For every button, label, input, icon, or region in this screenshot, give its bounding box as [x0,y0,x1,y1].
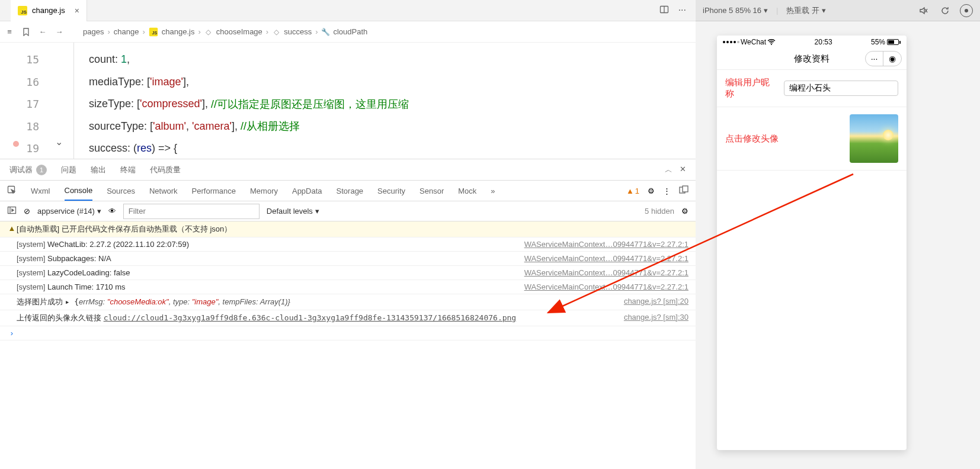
eye-icon[interactable]: 👁 [108,207,116,216]
dt-tab-network[interactable]: Network [149,187,178,195]
cube-icon: ◇ [204,28,213,36]
console-line: 选择图片成功 ▸ {errMsg: "chooseMedia:ok", type… [0,294,696,310]
tab-problems[interactable]: 问题 [61,165,76,175]
sim-title: 修改资料 [794,53,830,65]
menu-icon[interactable]: ≡ [5,27,14,37]
forward-icon[interactable]: → [55,27,64,37]
nickname-input[interactable] [784,81,898,96]
console-output[interactable]: ▲ [自动热重载] 已开启代码文件保存后自动热重载（不支持 json） [sys… [0,221,696,469]
dt-tab-wxml[interactable]: Wxml [31,187,50,195]
dt-tab-mock[interactable]: Mock [458,187,476,195]
file-tab[interactable]: JS change.js × [11,0,87,21]
gear-icon[interactable]: ⚙ [681,207,688,216]
hotreload-select[interactable]: 热重载 开 ▾ [786,5,826,16]
console-line: ▲ [自动热重载] 已开启代码文件保存后自动热重载（不支持 json） [0,221,696,237]
warning-count[interactable]: ▲ 1 [626,187,639,195]
signal-icon: WeChat [723,38,776,46]
breadcrumb[interactable]: pages› change› JSchange.js› ◇chooseImage… [83,27,367,37]
source-link[interactable]: change.js? [sm]:20 [624,297,688,306]
refresh-icon[interactable] [939,4,952,17]
crumb-prop[interactable]: cloudPath [333,27,367,36]
device-select[interactable]: iPhone 5 85% 16 ▾ [703,6,768,15]
crumb-change[interactable]: change [114,27,139,36]
context-select[interactable]: appservice (#14) ▾ [37,207,101,216]
split-editor-icon[interactable] [659,5,669,17]
bottom-panel-tabs: 调试器 1 问题 输出 终端 代码质量 ︿ ✕ [0,159,696,180]
row2-label: 点击修改头像 [725,133,779,144]
crumb-pages[interactable]: pages [83,27,104,36]
console-toolbar: ⊘ appservice (#14) ▾ 👁 Default levels ▾ … [0,201,696,221]
sim-navbar: 修改资料 ···◉ [717,49,907,70]
tab-filename: change.js [32,6,65,15]
dt-tab-sources[interactable]: Sources [107,187,135,195]
row1-label: 编辑用户昵称 [725,77,778,99]
inspect-icon[interactable] [7,185,17,197]
capsule-menu-icon[interactable]: ··· [866,52,883,66]
source-link[interactable]: WAServiceMainContext…09944771&v=2.27.2:1 [524,282,688,291]
js-file-icon: JS [149,27,158,36]
dt-tab-performance[interactable]: Performance [192,187,236,195]
sim-time: 20:53 [815,38,832,46]
cloud-url[interactable]: cloud://cloud1-3g3xyg1a9ff9d8fe.636c-clo… [104,313,517,322]
wifi-icon [767,39,776,45]
crumb-fn2[interactable]: success [284,27,312,36]
gear-icon[interactable]: ⚙ [648,187,655,195]
close-icon[interactable]: × [75,6,79,15]
dt-tab-appdata[interactable]: AppData [292,187,322,195]
crumb-fn1[interactable]: chooseImage [216,27,262,36]
console-line: [system] Subpackages: N/A WAServiceMainC… [0,252,696,266]
close-panel-icon[interactable]: ✕ [680,165,686,175]
levels-select[interactable]: Default levels ▾ [267,207,319,216]
line-gutter: 15 16 17 18 19 ⌄ [0,43,53,159]
sim-capsule[interactable]: ···◉ [865,51,902,66]
clear-console-icon[interactable]: ⊘ [24,207,30,216]
toggle-sidebar-icon[interactable] [7,205,17,217]
code-content[interactable]: count: 1, mediaType: ['image'], sizeType… [53,43,696,159]
code-editor[interactable]: 15 16 17 18 19 ⌄ count: 1, mediaType: ['… [0,43,696,159]
more-icon[interactable]: ··· [678,5,686,17]
more-tabs-icon[interactable]: » [491,187,495,195]
capsule-close-icon[interactable]: ◉ [883,52,901,66]
lineno: 18 [0,115,53,138]
dt-tab-memory[interactable]: Memory [250,187,278,195]
dt-tab-storage[interactable]: Storage [337,187,364,195]
dt-tab-sensor[interactable]: Sensor [419,187,444,195]
tab-quality[interactable]: 代码质量 [150,165,181,175]
sim-avatar-row[interactable]: 点击修改头像 [717,107,907,171]
simulator-frame: WeChat 20:53 55% 修改资料 ···◉ 编辑用户昵称 点击修改头像 [717,36,907,450]
lineno: 15 [0,49,53,71]
crumb-file[interactable]: change.js [162,27,195,36]
tab-terminal[interactable]: 终端 [120,165,136,175]
bookmark-icon[interactable] [21,27,31,37]
console-line: [system] LazyCodeLoading: false WAServic… [0,266,696,280]
mute-icon[interactable] [917,4,930,17]
dt-tab-console[interactable]: Console [65,186,93,201]
cube-icon: ◇ [272,28,280,36]
source-link[interactable]: change.js? [sm]:30 [624,313,688,322]
devtools-tabs: Wxml Console Sources Network Performance… [0,180,696,201]
tab-output[interactable]: 输出 [91,165,106,175]
dt-tab-security[interactable]: Security [377,187,405,195]
kebab-icon[interactable]: ⋮ [663,187,671,195]
svg-point-9 [771,44,772,45]
source-link[interactable]: WAServiceMainContext…09944771&v=2.27.2:1 [524,240,688,249]
target-icon[interactable] [960,4,973,17]
collapse-icon[interactable]: ︿ [665,165,672,175]
hidden-count[interactable]: 5 hidden [645,207,674,216]
source-link[interactable]: WAServiceMainContext…09944771&v=2.27.2:1 [524,268,688,277]
console-line: [system] Launch Time: 1710 ms WAServiceM… [0,280,696,294]
filter-input[interactable] [123,204,260,219]
source-link[interactable]: WAServiceMainContext…09944771&v=2.27.2:1 [524,254,688,263]
dock-icon[interactable] [679,185,688,197]
console-text: [自动热重载] 已开启代码文件保存后自动热重载（不支持 json） [17,224,688,234]
battery-icon: 55% [871,38,901,46]
sim-statusbar: WeChat 20:53 55% [717,36,907,49]
avatar-image[interactable] [850,114,898,163]
back-icon[interactable]: ← [38,27,47,37]
lineno: 19 [0,137,53,160]
console-prompt[interactable]: › [0,326,696,340]
tab-debugger[interactable]: 调试器 1 [9,165,47,175]
editor-header: ≡ ← → pages› change› JSchange.js› ◇choos… [0,21,696,43]
breakpoint-icon[interactable] [13,141,19,147]
simulator-toolbar: iPhone 5 85% 16 ▾ | 热重载 开 ▾ [696,0,980,21]
